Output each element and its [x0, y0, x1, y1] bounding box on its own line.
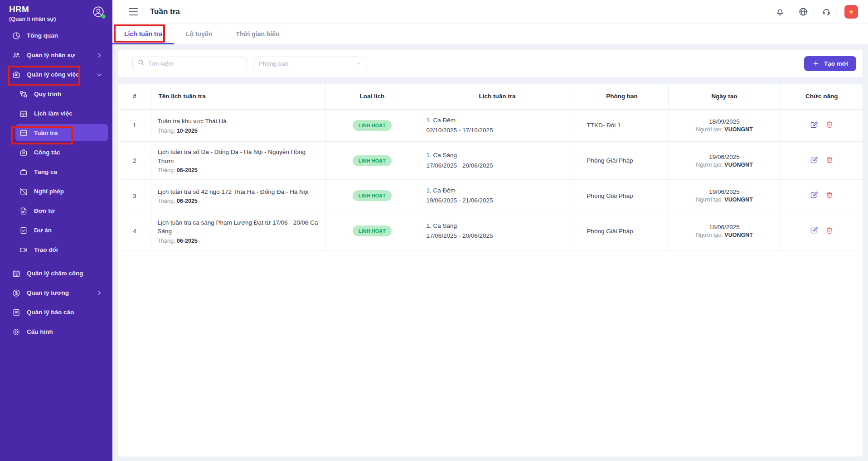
- delete-button[interactable]: [825, 120, 834, 129]
- delete-button[interactable]: [825, 156, 834, 164]
- schedule-name: Lịch tuần tra ca sáng Phạm Lương Đạt từ …: [158, 218, 319, 236]
- edit-button[interactable]: [810, 226, 818, 235]
- caret-down-icon: [356, 61, 361, 66]
- created-date: 18/06/2025: [675, 224, 774, 230]
- dollar-icon: [12, 288, 21, 298]
- tab-lich-tuan-tra[interactable]: Lịch tuần tra: [112, 24, 174, 44]
- sidebar: HRM (Quản lí nhân sự) Tổng quan Quản lý …: [0, 0, 112, 461]
- table-row: 2 Lịch tuần tra số Đa - Đống Đa - Hà Nội…: [118, 142, 863, 180]
- col-header-name: Tên lịch tuần tra: [151, 84, 325, 109]
- headset-support-icon[interactable]: [821, 7, 831, 17]
- col-header-schedule: Lịch tuần tra: [419, 84, 576, 109]
- calendar-icon: [19, 128, 28, 137]
- delete-button[interactable]: [825, 226, 834, 235]
- report-icon: [12, 308, 21, 317]
- star-icon: ★: [848, 8, 854, 16]
- sidebar-item-du-an[interactable]: Dự án: [0, 221, 112, 240]
- chevron-right-icon: [96, 52, 102, 58]
- shift-period: 19/06/2025 - 21/06/2025: [427, 196, 569, 206]
- status-badge: LINH HOẠT: [353, 226, 392, 236]
- patrol-schedule-table: # Tên lịch tuần tra Loại lịch Lịch tuần …: [118, 84, 863, 250]
- patrol-schedule-table-card: # Tên lịch tuần tra Loại lịch Lịch tuần …: [118, 84, 863, 456]
- page-title: Tuần tra: [150, 7, 180, 16]
- department-cell: TTKD- Đội 1: [576, 109, 668, 142]
- schedule-name: Lịch tuần tra số 42 ngõ 172 Thái Hà - Đố…: [158, 187, 319, 197]
- sidebar-item-cong-tac[interactable]: Công tác: [0, 143, 112, 162]
- sidebar-item-quan-ly-bao-cao[interactable]: Quản lý báo cáo: [0, 303, 112, 322]
- sidebar-item-cau-hinh[interactable]: Cấu hình: [0, 322, 112, 341]
- created-by: Người tạo: VUONGNT: [675, 162, 774, 168]
- chevron-right-icon: [96, 290, 102, 296]
- briefcase-icon: [12, 70, 21, 79]
- sidebar-item-quan-ly-nhan-su[interactable]: Quản lý nhân sự: [0, 45, 112, 65]
- department-cell: Phòng Giải Pháp: [576, 212, 668, 250]
- search-box: [132, 57, 247, 70]
- pie-chart-icon: [12, 31, 21, 40]
- sidebar-item-quan-ly-cham-cong[interactable]: Quản lý chấm công: [0, 264, 112, 283]
- created-by: Người tạo: VUONGNT: [675, 232, 774, 238]
- col-header-type: Loại lịch: [325, 84, 419, 109]
- edit-button[interactable]: [810, 191, 818, 199]
- file-check-icon: [19, 226, 28, 235]
- globe-icon[interactable]: [798, 7, 808, 17]
- shift-period: 17/06/2025 - 20/06/2025: [427, 231, 569, 241]
- file-text-icon: [19, 206, 28, 216]
- col-header-department: Phòng ban: [576, 84, 668, 109]
- shift-name: 1. Ca Sáng: [427, 150, 569, 160]
- tab-thoi-gian-bieu[interactable]: Thời gian biểu: [224, 24, 291, 44]
- sidebar-item-quan-ly-cong-viec[interactable]: Quản lý công việc: [0, 65, 112, 84]
- status-badge: LINH HOẠT: [353, 190, 392, 201]
- status-badge: LINH HOẠT: [353, 155, 392, 166]
- table-header-row: # Tên lịch tuần tra Loại lịch Lịch tuần …: [118, 84, 863, 109]
- schedule-month: Tháng: 10-2025: [158, 128, 319, 134]
- briefcase-icon: [19, 168, 28, 177]
- menu-toggle-icon[interactable]: [129, 8, 138, 15]
- sidebar-item-tang-ca[interactable]: Tăng ca: [0, 162, 112, 182]
- calendar-grid-icon: [12, 269, 21, 278]
- sidebar-item-lich-lam-viec[interactable]: Lịch làm việc: [0, 104, 112, 123]
- tab-lo-tuyen[interactable]: Lộ tuyến: [174, 24, 224, 44]
- search-input[interactable]: [148, 60, 242, 67]
- created-date: 19/06/2025: [675, 188, 774, 195]
- filter-bar: Phòng ban Tạo mới: [118, 50, 863, 77]
- vietnam-flag-language-badge[interactable]: ★: [844, 5, 858, 19]
- briefcase-badge-icon: [19, 148, 28, 157]
- sidebar-nav: Tổng quan Quản lý nhân sự Quản lý công v…: [0, 26, 112, 341]
- shift-name: 1. Ca Sáng: [427, 221, 569, 231]
- delete-button[interactable]: [825, 191, 834, 199]
- gear-icon: [12, 327, 21, 336]
- chevron-down-icon: [96, 72, 102, 78]
- tab-bar: Lịch tuần tra Lộ tuyến Thời gian biểu: [112, 24, 868, 44]
- schedule-month: Tháng: 06-2025: [158, 238, 319, 244]
- col-header-index: #: [118, 84, 151, 109]
- department-cell: Phòng Giải Pháp: [576, 142, 668, 180]
- top-header: Tuần tra ★: [112, 0, 868, 24]
- shift-name: 1. Ca Đêm: [427, 115, 569, 125]
- shift-period: 17/06/2025 - 20/06/2025: [427, 161, 569, 171]
- online-status-dot: [102, 14, 106, 19]
- sidebar-item-tuan-tra[interactable]: Tuần tra: [15, 124, 108, 141]
- department-cell: Phòng Giải Pháp: [576, 180, 668, 212]
- sidebar-item-tong-quan[interactable]: Tổng quan: [0, 26, 112, 45]
- sidebar-item-quy-trinh[interactable]: Quy trình: [0, 84, 112, 104]
- users-icon: [12, 51, 21, 60]
- hrm-app: HRM (Quản lí nhân sự) Tổng quan Quản lý …: [0, 0, 868, 461]
- schedule-month: Tháng: 06-2025: [158, 198, 319, 204]
- calendar-off-icon: [19, 187, 28, 196]
- brand-block: HRM (Quản lí nhân sự): [0, 0, 112, 22]
- edit-button[interactable]: [810, 156, 818, 164]
- bell-icon[interactable]: [775, 7, 785, 17]
- sidebar-item-trao-doi[interactable]: Trao đổi: [0, 240, 112, 259]
- created-date: 18/09/2025: [675, 118, 774, 125]
- account-avatar[interactable]: [92, 5, 105, 19]
- sidebar-item-nghi-phep[interactable]: Nghỉ phép: [0, 182, 112, 201]
- workflow-icon: [19, 90, 28, 99]
- sidebar-item-don-tu[interactable]: Đơn từ: [0, 201, 112, 221]
- table-row: 3 Lịch tuần tra số 42 ngõ 172 Thái Hà - …: [118, 180, 863, 212]
- department-select[interactable]: Phòng ban: [253, 57, 367, 70]
- col-header-created: Ngày tạo: [668, 84, 781, 109]
- schedule-month: Tháng: 06-2025: [158, 167, 319, 173]
- create-new-button[interactable]: Tạo mới: [804, 56, 856, 71]
- edit-button[interactable]: [810, 120, 818, 129]
- sidebar-item-quan-ly-luong[interactable]: Quản lý lương: [0, 283, 112, 303]
